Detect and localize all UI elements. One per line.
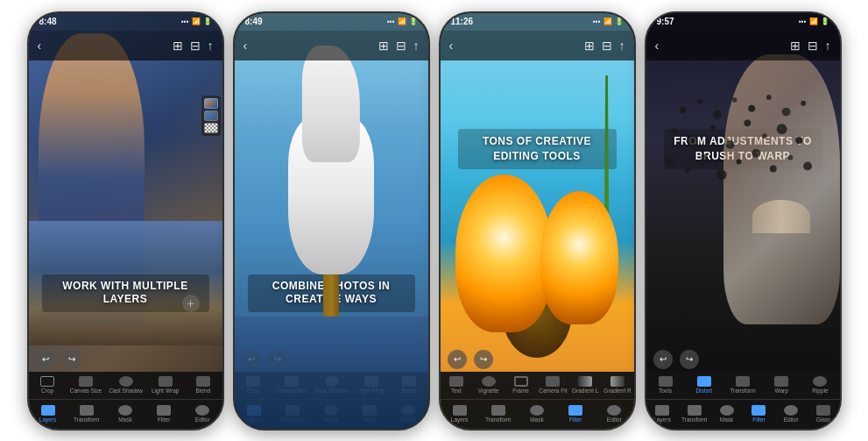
crop-icon: [40, 376, 54, 387]
shadow-icon: [119, 376, 133, 387]
wrap-label: Light Wrap: [152, 388, 179, 394]
back-icon-4[interactable]: ‹: [655, 39, 660, 53]
tab-glass-4[interactable]: Glass: [808, 405, 839, 423]
undo-button-1[interactable]: ↩: [36, 350, 55, 369]
camerafit-label: Camera Fit: [539, 388, 567, 394]
battery-icon-4: 🔋: [821, 18, 829, 25]
vignette-icon: [482, 376, 496, 387]
layers-nav-icon-4[interactable]: ⊞: [790, 39, 801, 53]
tool-frame-3[interactable]: Frame: [505, 376, 536, 394]
stack-nav-icon-3[interactable]: ⊟: [602, 39, 612, 53]
tab-transform-1[interactable]: Transform: [71, 405, 102, 423]
tab-mask-1[interactable]: Mask: [109, 405, 140, 423]
water-area: [235, 317, 428, 429]
filter-tab-icon-3: [568, 405, 582, 416]
undo-button-4[interactable]: ↩: [653, 350, 673, 369]
layer-thumb-1[interactable]: [204, 98, 218, 109]
vignette-label: Vignette: [478, 388, 499, 394]
tool-gradientr-3[interactable]: Gradient R: [603, 376, 633, 394]
phone2-background: [235, 13, 428, 429]
wifi-icon: 📶: [192, 18, 201, 25]
export-nav-icon-1[interactable]: ↑: [208, 39, 214, 53]
tool-crop-1[interactable]: Crop: [32, 376, 63, 394]
back-icon-2[interactable]: ‹: [243, 39, 248, 53]
layers-tab-label: Layers: [39, 416, 57, 423]
tab-filter-1[interactable]: Filter: [149, 405, 180, 423]
stack-nav-icon-2[interactable]: ⊟: [396, 39, 406, 53]
nav-center-2: ⊞ ⊟ ↑: [378, 39, 420, 53]
filter-tab-icon-4: [752, 405, 766, 416]
export-nav-icon-4[interactable]: ↑: [825, 39, 831, 53]
main-image-2: COMBINE PHOTOS IN CREATIVE WAYS: [235, 13, 428, 429]
tool-warp-4[interactable]: Warp: [766, 376, 797, 394]
tool-shadow-1[interactable]: Cast Shadow: [109, 376, 143, 394]
tab-transform-3[interactable]: Transform: [483, 405, 513, 423]
tool-canvas-1[interactable]: Canvas Size: [70, 376, 102, 394]
svg-point-0: [679, 107, 686, 114]
redo-button-1[interactable]: ↪: [62, 350, 81, 369]
time-3: 11:26: [451, 17, 474, 26]
export-nav-icon-3[interactable]: ↑: [619, 39, 625, 53]
layers-nav-icon-1[interactable]: ⊞: [173, 39, 183, 53]
back-icon-3[interactable]: ‹: [449, 39, 454, 53]
tool-camerafit-3[interactable]: Camera Fit: [538, 376, 568, 394]
svg-point-1: [697, 99, 702, 104]
editor-tab-icon-4: [784, 405, 798, 416]
status-icons-2: ▪▪▪ 📶 🔋: [387, 18, 418, 25]
phone-2: 8:49 ▪▪▪ 📶 🔋 ‹ ⊞ ⊟ ↑: [233, 11, 430, 430]
tool-vignette-3[interactable]: Vignette: [473, 376, 504, 394]
gradientr-label: Gradient R: [603, 388, 631, 394]
ripple-icon: [813, 376, 827, 387]
stack-nav-icon-4[interactable]: ⊟: [808, 39, 818, 53]
tab-layers-1[interactable]: Layers: [32, 405, 63, 423]
time-1: 8:48: [39, 17, 57, 26]
blend-icon: [196, 376, 210, 387]
tab-filter-3[interactable]: Filter: [561, 405, 591, 423]
back-icon-1[interactable]: ‹: [38, 39, 42, 53]
tab-filter-4[interactable]: Filter: [744, 405, 774, 423]
transform-label-4: Transform: [730, 388, 755, 394]
tab-layers-3[interactable]: Layers: [444, 405, 475, 423]
tool-ripple-4[interactable]: Ripple: [805, 376, 836, 394]
layer-thumb-3[interactable]: [204, 123, 218, 133]
tab-transform-4[interactable]: Transform: [679, 405, 709, 423]
tool-blend-1[interactable]: Blend: [187, 376, 218, 394]
tool-wrap-1[interactable]: Light Wrap: [150, 376, 180, 394]
stack-nav-icon-1[interactable]: ⊟: [190, 39, 201, 53]
export-nav-icon-2[interactable]: ↑: [413, 39, 420, 53]
tab-mask-4[interactable]: Mask: [711, 405, 742, 423]
transform-tab-label: Transform: [74, 416, 99, 423]
tab-mask-3[interactable]: Mask: [521, 405, 552, 423]
layers-panel: [201, 96, 221, 136]
redo-button-4[interactable]: ↪: [680, 350, 699, 369]
undo-button-3[interactable]: ↩: [448, 350, 467, 369]
warp-icon: [774, 376, 788, 387]
blend-label: Blend: [196, 388, 211, 394]
redo-button-3[interactable]: ↪: [474, 350, 493, 369]
mask-tab-label: Mask: [118, 416, 132, 423]
tab-editor-4[interactable]: Editor: [776, 405, 807, 423]
tab-editor-1[interactable]: Editor: [187, 405, 218, 423]
layers-nav-icon-3[interactable]: ⊞: [584, 39, 595, 53]
tools-label: Tools: [659, 388, 672, 394]
toolbar-bottom-4: Layers Transform Mask Filter: [646, 400, 840, 429]
tool-distort-4[interactable]: Distort: [688, 376, 719, 394]
tool-transform-4[interactable]: Transform: [727, 376, 758, 394]
tab-editor-3[interactable]: Editor: [599, 405, 630, 423]
phone-3-screen: 11:26 ▪▪▪ 📶 🔋 ‹ ⊞ ⊟ ↑: [441, 13, 634, 429]
toolbar-bottom-1: Layers Transform Mask Filter: [29, 400, 222, 429]
crop-label: Crop: [41, 388, 53, 394]
mask-tab-label-4: Mask: [720, 416, 734, 423]
toolbar-1: Crop Canvas Size Cast Shadow Light Wrap: [29, 372, 222, 429]
layers-nav-icon-2[interactable]: ⊞: [378, 39, 389, 53]
crown-shape: [752, 200, 810, 233]
tool-tools-4[interactable]: Tools: [650, 376, 681, 394]
transform-icon-4: [736, 376, 750, 387]
tool-gradientl-3[interactable]: Gradient L: [570, 376, 601, 394]
layer-thumb-2[interactable]: [204, 110, 218, 121]
tab-layers-4[interactable]: Layers: [646, 405, 677, 423]
toolbar-3: Text Vignette Frame Camera Fit: [441, 372, 634, 429]
status-bar-4: 9:57 ▪▪▪ 📶 🔋: [646, 13, 840, 31]
gradientr-icon: [610, 376, 625, 387]
tool-text-3[interactable]: Text: [441, 376, 471, 394]
